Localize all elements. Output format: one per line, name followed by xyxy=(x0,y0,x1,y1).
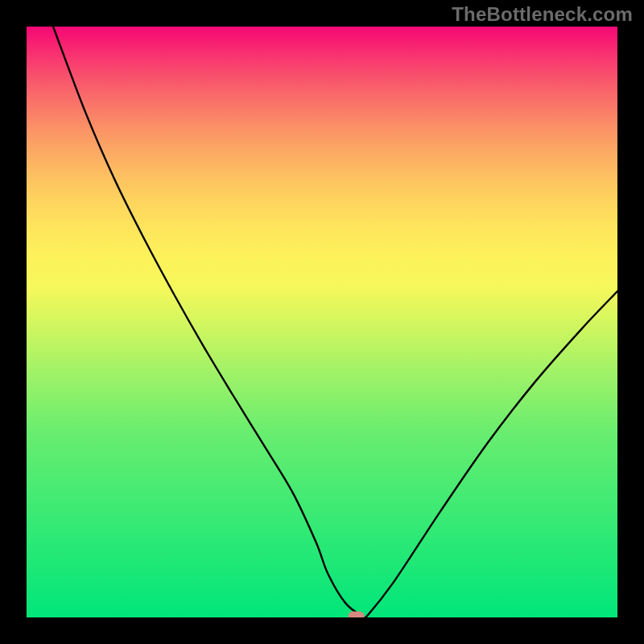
bottleneck-chart xyxy=(27,27,617,617)
chart-container: TheBottleneck.com xyxy=(0,0,644,644)
optimal-point-marker xyxy=(349,611,365,617)
chart-background xyxy=(27,27,617,617)
watermark-text: TheBottleneck.com xyxy=(452,3,633,26)
